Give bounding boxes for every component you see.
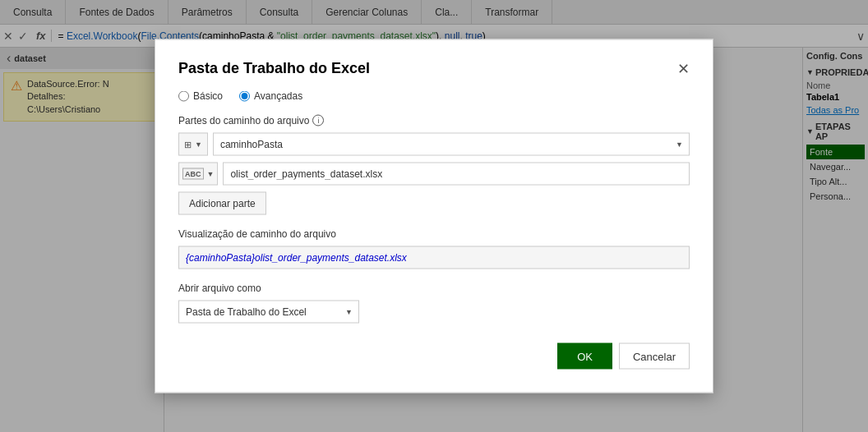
radio-advanced-text: Avançadas [254,90,302,102]
open-as-label: Abrir arquivo como [178,283,690,294]
preview-box: {caminhoPasta}olist_order_payments_datas… [178,246,690,269]
type-selector-2[interactable]: ABC ▼ [178,163,218,186]
open-as-section: Abrir arquivo como Pasta de Trabalho do … [178,283,690,324]
close-button[interactable]: ✕ [677,61,690,76]
parts-section-label: Partes do caminho do arquivo i [178,115,690,126]
preview-section: Visualização de caminho do arquivo {cami… [178,228,690,269]
radio-advanced-label[interactable]: Avançadas [239,90,302,102]
ok-button[interactable]: OK [557,343,612,370]
radio-basic-text: Básico [193,90,223,102]
radio-advanced[interactable] [239,90,250,101]
action-buttons: OK Cancelar [178,343,690,370]
grid-icon: ⊞ [184,139,192,149]
cancel-button[interactable]: Cancelar [619,343,690,370]
add-part-button[interactable]: Adicionar parte [178,192,266,215]
open-as-dropdown[interactable]: Pasta de Trabalho do Excel [178,301,359,324]
dialog-title: Pasta de Trabalho do Excel [178,60,370,77]
path-dropdown-wrapper: caminhoPasta [213,133,690,156]
path-dropdown[interactable]: caminhoPasta [213,133,690,156]
type-selector-1[interactable]: ⊞ ▼ [178,133,208,156]
dialog-title-bar: Pasta de Trabalho do Excel ✕ [178,60,690,77]
type-chevron: ▼ [195,140,202,149]
abc-icon: ABC [182,168,204,180]
radio-basic-label[interactable]: Básico [178,90,223,102]
radio-group: Básico Avançadas [178,90,690,102]
radio-basic[interactable] [178,90,189,101]
dialog: Pasta de Trabalho do Excel ✕ Básico Avan… [155,39,713,393]
type-chevron-2: ▼ [207,170,215,178]
path-row-1: ⊞ ▼ caminhoPasta [178,133,690,156]
path-row-2: ABC ▼ [178,163,690,186]
open-as-dropdown-wrapper: Pasta de Trabalho do Excel [178,301,359,324]
filename-input[interactable] [223,163,690,186]
preview-label: Visualização de caminho do arquivo [178,228,690,240]
info-icon[interactable]: i [312,115,324,126]
